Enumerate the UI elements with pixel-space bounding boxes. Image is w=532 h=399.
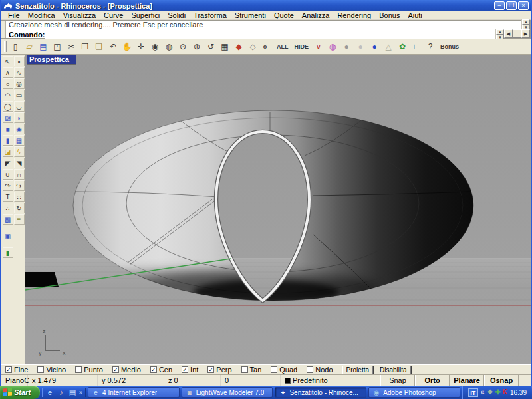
title-bar[interactable]: Senzatitolo - Rhinoceros - [Prospettica]… (1, 0, 531, 11)
osnap-quad[interactable]: Quad (271, 366, 297, 374)
shaded-viewport-icon[interactable]: ▩ (3, 214, 13, 225)
command-scroll-up-icon[interactable]: ▲ (496, 29, 504, 35)
polyline-icon[interactable]: ∧ (3, 67, 13, 78)
viewport-layout-icon[interactable]: ▦ (218, 40, 231, 53)
toggle-planare[interactable]: Planare (450, 375, 484, 386)
task-adobe-photoshop[interactable]: ◉Adobe Photoshop (368, 387, 460, 398)
menu-item-quote[interactable]: Quote (270, 11, 298, 19)
tray-collapse-chevron[interactable]: « (481, 388, 485, 397)
quicklaunch-show-desktop-icon[interactable]: ▤ (68, 388, 77, 397)
mesh-box-icon[interactable]: ▦ (14, 135, 25, 146)
command-scroll-left-icon[interactable]: ◀ (504, 29, 513, 38)
osnap-tan[interactable]: Tan (241, 366, 262, 374)
select-arrow-icon[interactable]: ↖ (3, 56, 13, 66)
tray-antivirus-icon[interactable]: ✚ (495, 388, 500, 397)
disabilita-button[interactable]: Disabilita (376, 366, 411, 374)
osnap-fine[interactable]: Fine (5, 366, 28, 374)
arc-icon[interactable]: ◡ (14, 101, 25, 112)
checkbox[interactable] (207, 366, 214, 373)
open-file-icon[interactable]: ▱ (23, 40, 36, 53)
save-file-icon[interactable]: ▤ (37, 40, 50, 53)
hide-icon[interactable]: HIDE (292, 40, 312, 53)
menu-item-bonus[interactable]: Bonus (375, 11, 404, 19)
menu-item-curve[interactable]: Curve (100, 11, 127, 19)
menu-item-file[interactable]: File (4, 11, 24, 19)
minimize-button[interactable]: – (494, 1, 505, 10)
copy-icon[interactable]: ❐ (78, 40, 92, 53)
environment-sphere-icon[interactable]: ● (368, 40, 381, 53)
rectangle-icon[interactable]: ▭ (14, 90, 25, 100)
layer-folder-icon[interactable]: ◪ (3, 146, 13, 157)
osnap-int[interactable]: Int (182, 366, 198, 374)
toggle-snap[interactable]: Snap (380, 375, 415, 386)
proietta-button[interactable]: Proietta (342, 366, 373, 374)
layer-cell[interactable]: Predefinito (281, 375, 380, 386)
render-preview-icon[interactable]: ◇ (246, 40, 259, 53)
circle-3pt-icon[interactable]: ◎ (14, 78, 25, 89)
solid-cylinder-icon[interactable]: ▮ (3, 135, 13, 146)
osnap-medio[interactable]: Medio (112, 366, 141, 374)
zoom-window-icon[interactable]: ◍ (162, 40, 176, 53)
trim-icon[interactable]: ◤ (3, 158, 13, 168)
viewport-title[interactable]: Prospettica (27, 55, 76, 65)
move-icon[interactable]: ✛ (134, 40, 148, 53)
close-button[interactable]: × (518, 1, 529, 10)
split-icon[interactable]: ◥ (14, 158, 25, 168)
toggle-orto[interactable]: Orto (415, 375, 450, 386)
dark-slab-object[interactable] (25, 272, 59, 287)
interpolated-curve-icon[interactable]: ∿ (14, 67, 25, 78)
zoom-dynamic-icon[interactable]: ◉ (148, 40, 162, 53)
ellipse-icon[interactable]: ◯ (3, 101, 13, 112)
undo-icon[interactable]: ↶ (106, 40, 120, 53)
boolean-difference-icon[interactable]: ∩ (14, 169, 25, 180)
cplane-cell[interactable]: PianoC (1, 375, 28, 386)
fillet-curve-icon[interactable]: ↷ (3, 180, 13, 191)
solid-spheres-icon[interactable]: ◉ (14, 124, 25, 134)
paste-icon[interactable]: ❏ (92, 40, 106, 53)
viewport-canvas[interactable]: z y x (25, 55, 531, 364)
checkbox[interactable] (271, 366, 277, 373)
checkbox[interactable] (241, 366, 248, 373)
render-window-icon[interactable]: ▣ (3, 231, 13, 241)
kaspersky-icon[interactable]: K (503, 388, 507, 397)
cut-icon[interactable]: ✂ (65, 40, 78, 53)
blend-surface-icon[interactable]: ↪ (14, 180, 25, 191)
single-point-icon[interactable]: ▪ (14, 56, 25, 66)
sweep-surface-icon[interactable]: ◗ (14, 112, 25, 123)
zoom-extents-icon[interactable]: ⊕ (190, 40, 203, 53)
command-scroll-right-icon[interactable]: ▶ (521, 29, 530, 38)
osnap-cen[interactable]: Cen (150, 366, 172, 374)
spotlight-icon[interactable]: △ (382, 40, 395, 53)
viewport-prospettica[interactable]: Prospettica (25, 55, 531, 364)
history-scroll-up-icon[interactable]: ▲ (522, 19, 530, 25)
task-internet-explorer[interactable]: e4 Internet Explorer (88, 387, 180, 398)
orient-icon[interactable]: ↻ (14, 203, 25, 213)
quicklaunch-media-player-icon[interactable]: ♪ (57, 388, 66, 397)
osnap-punto[interactable]: Punto (75, 366, 103, 374)
checkbox[interactable] (307, 366, 313, 373)
array-linear-icon[interactable]: ≡ (14, 214, 25, 225)
zoom-selected-icon[interactable]: ⊙ (176, 40, 190, 53)
osnap-perp[interactable]: Perp (207, 366, 231, 374)
checkbox[interactable] (112, 366, 119, 373)
array-icon[interactable]: ∴ (3, 203, 13, 213)
toggle-osnap[interactable]: Osnap (484, 375, 519, 386)
hide-swap-icon[interactable]: o– (260, 40, 273, 53)
point-grid-icon[interactable]: ∷ (14, 192, 25, 202)
command-area-grip[interactable] (1, 21, 6, 38)
quicklaunch-internet-explorer-icon[interactable]: e (45, 388, 55, 397)
render-sphere-icon[interactable]: ● (340, 40, 353, 53)
toolbar-grip[interactable] (3, 41, 7, 53)
osnap-vicino[interactable]: Vicino (37, 366, 66, 374)
language-indicator[interactable]: IT (468, 388, 478, 397)
new-file-icon[interactable]: ▯ (9, 40, 22, 53)
menu-item-visualizza[interactable]: Visualizza (59, 11, 100, 19)
color-wheel-icon[interactable]: ◍ (326, 40, 339, 53)
solid-box-icon[interactable]: ■ (3, 124, 13, 134)
boolean-union-icon[interactable]: ∪ (3, 169, 13, 180)
menu-item-solidi[interactable]: Solidi (164, 11, 190, 19)
menu-item-modifica[interactable]: Modifica (24, 11, 59, 19)
menu-item-strumenti[interactable]: Strumenti (231, 11, 270, 19)
patch-surface-icon[interactable]: ▨ (3, 112, 13, 123)
pan-hand-icon[interactable]: ✋ (120, 40, 134, 53)
